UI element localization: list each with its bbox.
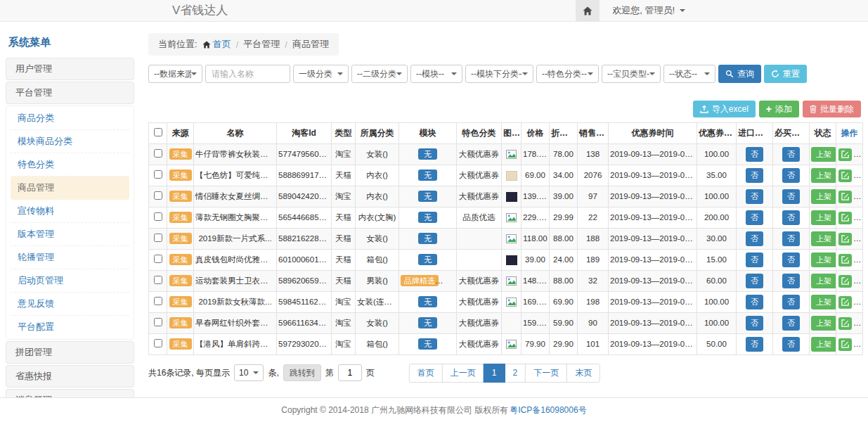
edit-button[interactable] — [838, 212, 852, 224]
pager-button[interactable]: 2 — [505, 364, 526, 383]
must-buy-toggle[interactable]: 否 — [782, 274, 800, 288]
status-button[interactable]: 上架 — [811, 316, 836, 331]
sidebar-item[interactable]: 模块商品分类 — [11, 130, 129, 153]
sidebar-item[interactable]: 平台管理 — [6, 82, 134, 104]
sidebar-item[interactable]: 拼团管理 — [6, 341, 134, 364]
import-select-toggle[interactable]: 否 — [746, 231, 763, 246]
sidebar-item[interactable]: 宣传物料 — [11, 200, 129, 223]
per-page-select[interactable]: 10 — [234, 364, 264, 381]
filter-select[interactable]: --数据来源-- — [148, 65, 202, 83]
sidebar-item[interactable]: 用户管理 — [6, 58, 134, 80]
filter-select[interactable]: --宝贝类型-- — [602, 65, 661, 83]
status-button[interactable]: 上架 — [811, 337, 836, 352]
import-select-toggle[interactable]: 否 — [746, 252, 763, 267]
must-buy-toggle[interactable]: 否 — [782, 210, 800, 225]
status-button[interactable]: 上架 — [811, 189, 836, 204]
edit-button[interactable] — [838, 296, 852, 309]
must-buy-toggle[interactable]: 否 — [782, 189, 800, 204]
sidebar-item[interactable]: 版本管理 — [11, 223, 129, 246]
select-all-checkbox[interactable] — [154, 128, 162, 136]
edit-button[interactable] — [838, 317, 852, 330]
edit-button[interactable] — [838, 338, 852, 351]
pager-button[interactable]: 下一页 — [525, 364, 567, 383]
must-buy-toggle[interactable]: 否 — [782, 295, 800, 309]
import-select-toggle[interactable]: 否 — [746, 337, 763, 352]
import-select-toggle[interactable]: 否 — [746, 168, 763, 183]
status-button[interactable]: 上架 — [811, 295, 836, 309]
edit-button[interactable] — [838, 254, 852, 267]
cell-coupon-time: 2019-09-13—2019-09-17 — [609, 313, 697, 334]
status-button[interactable]: 上架 — [811, 252, 836, 267]
must-buy-toggle[interactable]: 否 — [782, 147, 800, 162]
import-select-toggle[interactable]: 否 — [746, 274, 763, 288]
row-checkbox[interactable] — [154, 297, 162, 305]
sidebar-item[interactable]: 启动页管理 — [11, 269, 129, 293]
row-checkbox[interactable] — [154, 318, 162, 326]
row-checkbox[interactable] — [154, 149, 162, 158]
edit-button[interactable] — [838, 148, 852, 161]
must-buy-toggle[interactable]: 否 — [782, 231, 800, 246]
edit-icon — [841, 256, 849, 264]
status-button[interactable]: 上架 — [811, 210, 836, 225]
status-button[interactable]: 上架 — [811, 274, 836, 288]
row-checkbox[interactable] — [154, 276, 162, 284]
must-buy-toggle[interactable]: 否 — [782, 316, 800, 331]
pager-button[interactable]: 1 — [484, 364, 505, 383]
icp-link[interactable]: 粤ICP备16098006号 — [510, 404, 586, 416]
jump-page-input[interactable] — [338, 364, 362, 381]
row-checkbox[interactable] — [154, 255, 162, 263]
status-button[interactable]: 上架 — [811, 231, 836, 246]
add-button[interactable]: + 添加 — [759, 101, 799, 117]
filter-select[interactable]: --状态-- — [663, 65, 715, 83]
search-button[interactable]: 查询 — [718, 65, 761, 83]
breadcrumb-current: 商品管理 — [292, 38, 329, 51]
status-button[interactable]: 上架 — [811, 168, 836, 183]
row-checkbox[interactable] — [154, 339, 162, 347]
edit-button[interactable] — [838, 275, 852, 288]
row-checkbox[interactable] — [154, 191, 162, 200]
import-select-toggle[interactable]: 否 — [746, 295, 763, 309]
filter-select[interactable]: --特色分类-- — [536, 65, 599, 83]
jump-button[interactable]: 跳转到 — [283, 364, 321, 381]
sidebar-item[interactable]: 消息管理 — [6, 389, 134, 397]
filter-select[interactable]: --二级分类-- — [351, 65, 408, 83]
name-search-input[interactable] — [205, 65, 290, 83]
sidebar-item[interactable]: 商品管理 — [11, 177, 129, 200]
must-buy-toggle[interactable]: 否 — [782, 337, 800, 352]
row-checkbox[interactable] — [154, 234, 162, 242]
edit-button[interactable] — [838, 170, 852, 182]
must-buy-toggle[interactable]: 否 — [782, 252, 800, 267]
sidebar-item[interactable]: 特色分类 — [11, 153, 129, 177]
user-menu[interactable]: 欢迎您, 管理员! — [600, 4, 868, 17]
pager-button[interactable]: 首页 — [409, 364, 443, 383]
import-select-toggle[interactable]: 否 — [746, 189, 763, 204]
batch-delete-button[interactable]: 批量删除 — [803, 101, 861, 117]
sidebar-item[interactable]: 意见反馈 — [11, 293, 129, 316]
sidebar-item[interactable]: 省惠快报 — [6, 365, 134, 388]
filter-select[interactable]: --模块下分类-- — [465, 65, 533, 83]
row-checkbox[interactable] — [154, 170, 162, 179]
filter-select[interactable]: 一级分类 — [293, 65, 349, 83]
cell-checkbox — [149, 271, 167, 292]
cell-must-buy: 否 — [773, 250, 810, 271]
filter-select[interactable]: --模块-- — [410, 65, 462, 83]
sidebar-item[interactable]: 商品分类 — [11, 107, 129, 130]
row-checkbox[interactable] — [154, 212, 162, 221]
import-excel-button[interactable]: 导入excel — [693, 101, 756, 117]
edit-button[interactable] — [838, 191, 852, 203]
sidebar-item[interactable]: 平台配置 — [11, 316, 129, 338]
sidebar-item[interactable]: 轮播管理 — [11, 246, 129, 269]
import-select-toggle[interactable]: 否 — [746, 316, 763, 331]
import-select-toggle[interactable]: 否 — [746, 210, 763, 225]
reset-button[interactable]: 重置 — [764, 65, 807, 83]
import-select-toggle[interactable]: 否 — [746, 147, 763, 162]
cell-icon — [502, 186, 522, 207]
status-button[interactable]: 上架 — [811, 147, 836, 162]
cell-must-buy: 否 — [773, 186, 810, 207]
edit-button[interactable] — [838, 233, 852, 245]
breadcrumb-home-link[interactable]: 首页 — [213, 38, 231, 51]
home-button[interactable] — [576, 0, 600, 21]
pager-button[interactable]: 末页 — [566, 364, 600, 383]
pager-button[interactable]: 上一页 — [442, 364, 484, 383]
must-buy-toggle[interactable]: 否 — [782, 168, 800, 183]
